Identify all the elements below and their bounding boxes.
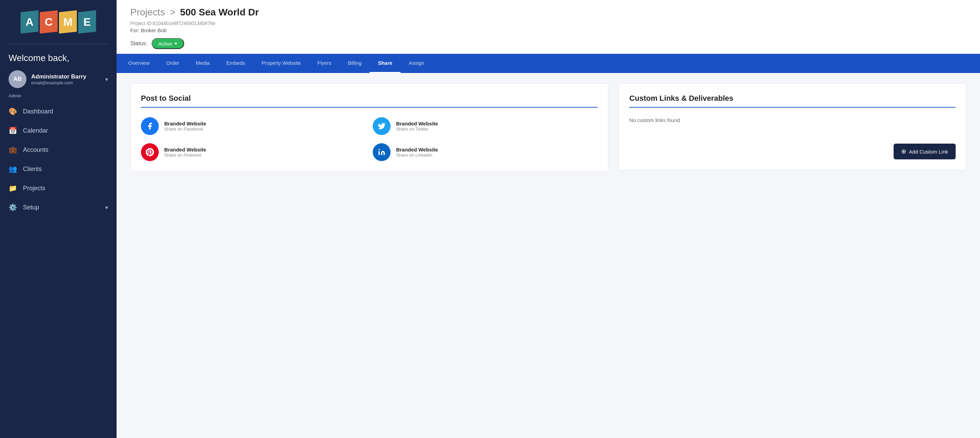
custom-links-card: Custom Links & Deliverables No custom li… [619, 83, 966, 170]
project-id-label: Project ID: [130, 21, 153, 26]
tab-order[interactable]: Order [158, 54, 188, 73]
status-value: Active [158, 41, 172, 47]
social-item-linkedin[interactable]: Branded Website Share on LinkedIn [373, 143, 598, 161]
user-email: email@example.com [31, 80, 100, 85]
main-content: Projects > 500 Sea World Dr Project ID:6… [116, 0, 980, 438]
dashboard-icon: 🎨 [9, 107, 17, 116]
logo-letter-a: A [21, 10, 38, 33]
twitter-subtitle: Share on Twitter [396, 127, 438, 132]
tab-media[interactable]: Media [188, 54, 218, 73]
sidebar-item-accounts[interactable]: 💼 Accounts [0, 140, 116, 159]
status-badge[interactable]: Active ▾ [151, 38, 184, 49]
facebook-text: Branded Website Share on Facebook [164, 121, 206, 132]
plus-icon: ⊕ [901, 148, 906, 155]
broker-name: Broker Bob [141, 27, 167, 33]
logo-area: A C M E [0, 0, 116, 40]
add-custom-link-label: Add Custom Link [909, 149, 948, 155]
setup-chevron-icon: ▾ [105, 204, 108, 211]
sidebar-label-projects: Projects [23, 185, 108, 192]
status-label: Status: [130, 40, 148, 47]
tab-flyers[interactable]: Flyers [309, 54, 340, 73]
twitter-title: Branded Website [396, 121, 438, 127]
sidebar-item-clients[interactable]: 👥 Clients [0, 159, 116, 179]
post-to-social-title: Post to Social [141, 94, 598, 108]
linkedin-subtitle: Share on LinkedIn [396, 152, 438, 158]
social-item-twitter[interactable]: Branded Website Share on Twitter [373, 117, 598, 135]
breadcrumb-parent[interactable]: Projects [130, 7, 165, 17]
sidebar-label-accounts: Accounts [23, 146, 108, 154]
project-id-value: 61044b1e8f724600134b876e [153, 21, 215, 26]
user-name: Administrator Barry [31, 73, 100, 80]
header: Projects > 500 Sea World Dr Project ID:6… [116, 0, 980, 54]
sidebar-label-calendar: Calendar [23, 127, 108, 134]
breadcrumb-current: 500 Sea World Dr [180, 7, 259, 17]
setup-icon: ⚙️ [9, 203, 17, 211]
twitter-icon [373, 117, 391, 135]
tab-nav: Overview Order Media Embeds Property Web… [116, 54, 980, 73]
status-chevron-icon: ▾ [175, 40, 177, 47]
twitter-text: Branded Website Share on Twitter [396, 121, 438, 132]
pinterest-icon [141, 143, 159, 161]
linkedin-title: Branded Website [396, 147, 438, 152]
clients-icon: 👥 [9, 165, 17, 173]
logo-letter-c: C [40, 10, 57, 33]
svg-point-0 [379, 149, 380, 151]
project-id: Project ID:61044b1e8f724600134b876e [130, 21, 966, 26]
accounts-icon: 💼 [9, 146, 17, 154]
sidebar-item-setup[interactable]: ⚙️ Setup ▾ [0, 198, 116, 217]
facebook-title: Branded Website [164, 121, 206, 127]
tab-assign[interactable]: Assign [401, 54, 433, 73]
sidebar-divider [7, 44, 110, 44]
pinterest-subtitle: Share on Pinterest [164, 152, 206, 158]
pinterest-text: Branded Website Share on Pinterest [164, 147, 206, 158]
user-info: Administrator Barry email@example.com [31, 73, 100, 85]
tab-overview[interactable]: Overview [120, 54, 158, 73]
user-area[interactable]: AB Administrator Barry email@example.com… [0, 67, 116, 93]
logo: A C M E [21, 10, 96, 33]
sidebar-item-projects[interactable]: 📁 Projects [0, 179, 116, 198]
social-item-facebook[interactable]: Branded Website Share on Facebook [141, 117, 366, 135]
sidebar-label-dashboard: Dashboard [23, 108, 108, 115]
sidebar: A C M E Welcome back, AB Administrator B… [0, 0, 116, 438]
tab-billing[interactable]: Billing [339, 54, 370, 73]
facebook-icon [141, 117, 159, 135]
add-custom-link-button[interactable]: ⊕ Add Custom Link [894, 144, 956, 159]
sidebar-label-clients: Clients [23, 165, 108, 173]
logo-letter-e: E [78, 10, 96, 33]
tab-share[interactable]: Share [370, 54, 401, 73]
sidebar-item-calendar[interactable]: 📅 Calendar [0, 121, 116, 140]
breadcrumb: Projects > 500 Sea World Dr [130, 7, 966, 18]
calendar-icon: 📅 [9, 127, 17, 135]
user-role: Admin [0, 93, 116, 102]
no-links-text: No custom links found [629, 117, 956, 123]
pinterest-title: Branded Website [164, 147, 206, 152]
post-to-social-card: Post to Social Branded Website Share on … [130, 83, 608, 172]
project-for: For: Broker Bob [130, 27, 966, 33]
linkedin-icon [373, 143, 391, 161]
status-row: Status: Active ▾ [130, 38, 966, 49]
custom-links-title: Custom Links & Deliverables [629, 94, 956, 108]
social-grid: Branded Website Share on Facebook Brande… [141, 117, 598, 161]
welcome-text: Welcome back, [0, 48, 116, 67]
sidebar-item-dashboard[interactable]: 🎨 Dashboard [0, 102, 116, 121]
avatar: AB [9, 70, 26, 88]
projects-icon: 📁 [9, 184, 17, 192]
tab-embeds[interactable]: Embeds [218, 54, 253, 73]
tab-property-website[interactable]: Property Website [253, 54, 309, 73]
sidebar-label-setup: Setup [23, 204, 99, 211]
linkedin-text: Branded Website Share on LinkedIn [396, 147, 438, 158]
page-body: Post to Social Branded Website Share on … [116, 73, 980, 438]
social-item-pinterest[interactable]: Branded Website Share on Pinterest [141, 143, 366, 161]
facebook-subtitle: Share on Facebook [164, 127, 206, 132]
breadcrumb-separator: > [170, 7, 178, 17]
user-chevron-icon: ▾ [105, 76, 108, 83]
for-label: For: [130, 27, 140, 33]
logo-letter-m: M [59, 10, 77, 33]
